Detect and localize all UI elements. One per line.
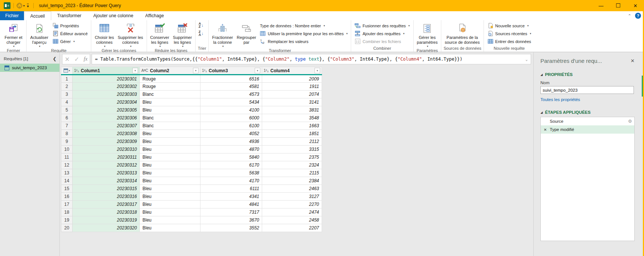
row-number[interactable]: 8 [61,130,73,138]
cell[interactable]: 6000 [200,114,262,122]
cell[interactable]: Bleu [140,161,200,169]
split-column-button[interactable]: Fractionner la colonne ▾ [211,21,234,48]
cell[interactable]: 20230316 [73,193,140,201]
cell[interactable]: 5840 [200,153,262,161]
cell[interactable]: 4170 [200,177,262,185]
keep-rows-button[interactable]: Conserver les lignes ▾ [149,21,171,48]
cell[interactable]: Bleu [140,193,200,201]
close-button[interactable]: ✕ [627,0,644,11]
advanced-editor-button[interactable]: Éditeur avancé [51,30,89,37]
cell[interactable]: 1911 [262,83,322,91]
cell[interactable]: 2375 [262,153,322,161]
row-number[interactable]: 9 [61,138,73,146]
column-header-column2[interactable]: AᴮCColumn2▾ [140,67,200,75]
cell[interactable]: Blanc [140,122,200,130]
manage-button[interactable]: Gérer ▾ [51,37,89,45]
properties-section-header[interactable]: ◢ PROPRIÉTÉS [540,72,635,77]
cell[interactable]: 20230320 [73,224,140,232]
filter-dropdown-icon[interactable]: ▾ [255,68,260,73]
cell[interactable]: 2463 [262,185,322,193]
data-type-button[interactable]: Type de données : Nombre entier ▾ [258,22,349,30]
cell[interactable]: Bleu [140,146,200,153]
row-number[interactable]: 4 [61,98,73,106]
cell[interactable]: 2270 [262,201,322,208]
cell[interactable]: 4841 [200,201,262,208]
cell[interactable]: 20230306 [73,114,140,122]
cell[interactable]: Bleu [140,216,200,224]
applied-step-source[interactable]: Source⚙ [541,117,634,125]
applied-step-type-modifié[interactable]: ✕Type modifié [541,125,634,134]
cell[interactable]: 20230318 [73,208,140,216]
expand-formula-icon[interactable]: ⌄ [522,57,528,61]
merge-queries-button[interactable]: Fusionner des requêtes ▾ [353,22,411,30]
cell[interactable]: 5638 [200,169,262,177]
cell[interactable]: 20230302 [73,83,140,91]
data-source-settings-button[interactable]: Paramètres de la source de données [443,21,481,45]
cell[interactable]: Bleu [140,224,200,232]
cell[interactable]: 20230314 [73,177,140,185]
cell[interactable]: 3552 [200,224,262,232]
cell[interactable]: Bleu [140,177,200,185]
cell[interactable]: Rouge [140,75,200,83]
cell[interactable]: 6111 [200,185,262,193]
filter-dropdown-icon[interactable]: ▾ [315,68,320,73]
cell[interactable]: 5434 [200,98,262,106]
column-header-column3[interactable]: 1²₃Column3▾ [200,67,262,75]
cell[interactable]: Blanc [140,114,200,122]
cell[interactable]: Bleu [140,98,200,106]
row-number[interactable]: 13 [61,169,73,177]
cell[interactable]: 6516 [200,75,262,83]
close-pane-icon[interactable]: ✕ [630,58,635,64]
cell[interactable]: 2207 [262,224,322,232]
cell[interactable]: Bleu [140,138,200,146]
row-number[interactable]: 6 [61,114,73,122]
filter-dropdown-icon[interactable]: ▾ [193,68,199,73]
formula-input[interactable]: = Table.TransformColumnTypes(Source,{{"C… [92,54,531,64]
cell[interactable]: 3315 [262,146,322,153]
maximize-button[interactable]: ☐ [610,0,627,11]
tab-transformer[interactable]: Transformer [51,11,88,20]
row-number[interactable]: 1 [61,75,73,83]
all-properties-link[interactable]: Toutes les propriétés [540,97,635,102]
row-number[interactable]: 19 [61,216,73,224]
commit-formula-icon[interactable]: ✓ [74,56,79,63]
manage-parameters-button[interactable]: Gérer les paramètres ▾ [415,21,439,48]
new-source-button[interactable]: Nouvelle source ▾ [486,22,533,30]
feedback-smiley-icon[interactable] [17,3,22,8]
cell[interactable]: Bleu [140,106,200,114]
cell[interactable]: 1851 [262,130,322,138]
cell[interactable]: 3141 [262,98,322,106]
cell[interactable]: 2115 [262,169,322,177]
cell[interactable]: 2324 [262,161,322,169]
enter-data-button[interactable]: Entrer des données [486,37,533,45]
cell[interactable]: 20230317 [73,201,140,208]
cell[interactable]: 20230307 [73,122,140,130]
row-number[interactable]: 7 [61,122,73,130]
cell[interactable]: 3127 [262,193,322,201]
remove-rows-button[interactable]: Supprimer les lignes ▾ [171,21,193,48]
cell[interactable]: 3670 [200,216,262,224]
cell[interactable]: 3831 [262,106,322,114]
row-number[interactable]: 18 [61,208,73,216]
cell[interactable]: 4870 [200,146,262,153]
row-number[interactable]: 15 [61,185,73,193]
cell[interactable]: 2384 [262,177,322,185]
collapse-ribbon-icon[interactable]: ⌃ [628,13,631,18]
column-header-column4[interactable]: 1²₃Column4▾ [262,67,322,75]
row-number[interactable]: 10 [61,146,73,153]
replace-values-button[interactable]: 12 Remplacer les valeurs [258,37,349,45]
cell[interactable]: 3548 [262,114,322,122]
row-number[interactable]: 2 [61,83,73,91]
cell[interactable]: 20230308 [73,130,140,138]
cell[interactable]: 4100 [200,106,262,114]
cell[interactable]: 20230310 [73,146,140,153]
cell[interactable]: 20230311 [73,153,140,161]
row-number[interactable]: 5 [61,106,73,114]
cell[interactable]: 2458 [262,216,322,224]
cell[interactable]: Bleu [140,185,200,193]
smiley-dropdown-icon[interactable]: ▾ [23,4,25,7]
tab-fichier[interactable]: Fichier [0,11,24,20]
cell[interactable]: Bleu [140,208,200,216]
quick-access-customize-icon[interactable]: ▾ [27,4,29,8]
cell[interactable]: Bleu [140,201,200,208]
